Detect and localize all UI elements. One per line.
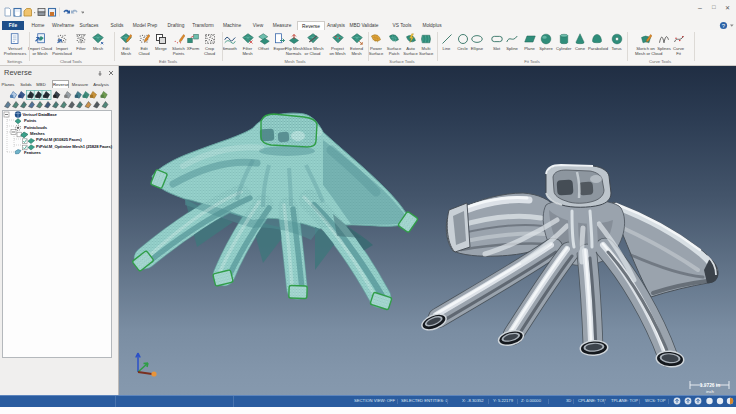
svg-text:1.9726 in: 1.9726 in bbox=[700, 383, 720, 388]
svg-text:inch: inch bbox=[706, 389, 715, 394]
